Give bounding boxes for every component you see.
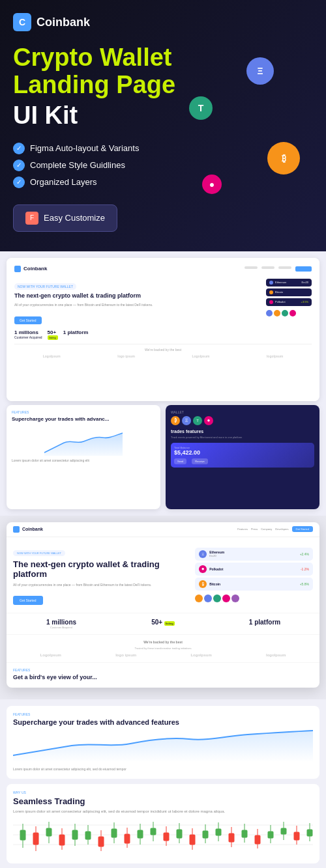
two-col-preview: FEATURES Supercharge your trades with ad… <box>7 405 319 509</box>
logo-text: Coinbank <box>37 16 90 29</box>
partner-2: logo ipsum <box>117 354 135 358</box>
receive-btn[interactable]: Receive <box>192 458 207 464</box>
easy-customize-button[interactable]: F Easy Customize <box>13 204 117 232</box>
full-hero-badge: NOW WITH YOUR FUTURE WALLET <box>13 550 65 556</box>
seamless-tag: WHY US <box>13 791 313 794</box>
p2: logo ipsum <box>115 653 136 657</box>
svg-rect-36 <box>229 833 234 842</box>
svg-rect-48 <box>307 830 312 836</box>
partner-4: logolpsum <box>267 354 283 358</box>
header-section: C Coinbank Crypto Wallet Landing Page UI… <box>0 0 326 251</box>
brand-logo: C Coinbank <box>13 13 313 31</box>
other-mini <box>231 595 239 602</box>
stat-1: 1 millions Customer Acquired <box>13 619 110 629</box>
partners-heading: We're backed by the best <box>13 640 313 644</box>
full-stats: 1 millions Customer Acquired 50+ listing… <box>7 613 319 635</box>
hero-cta-button[interactable]: Get Started <box>14 316 42 324</box>
full-hero: NOW WITH YOUR FUTURE WALLET The next-gen… <box>7 537 319 613</box>
btc-dot <box>269 290 273 294</box>
nav-press: Press <box>251 527 258 531</box>
mockup-navbar: Coinbank <box>14 266 312 272</box>
full-nav-links: Features Press Company Developers Get St… <box>237 526 313 532</box>
currency-card-3: ₿ Bitcoin +5.8% <box>195 578 313 591</box>
check-icon-1: ✓ <box>13 143 25 154</box>
new-badge: listing <box>164 621 175 626</box>
features-section: FEATURES Supercharge your trades with ad… <box>0 699 326 868</box>
stat-3: 1 platform <box>216 619 313 629</box>
partners-block: We're backed by the best Logolpsum logo … <box>14 344 312 358</box>
supercharge-card: FEATURES Supercharge your trades with ad… <box>7 706 319 779</box>
wallet-actions: Send Receive <box>174 458 311 464</box>
wallet-tag: WALLET <box>171 410 314 414</box>
full-nav: Coinbank Features Press Company Develope… <box>7 522 319 537</box>
full-hero-cta[interactable]: Get Started <box>13 596 43 605</box>
svg-rect-16 <box>98 837 104 847</box>
feature-title: Supercharge your trades with advanc... <box>12 416 155 423</box>
hero-preview-section: Coinbank NOW WITH YOUR FUTURE WALLET The… <box>0 251 326 516</box>
coin-icon-row <box>195 595 313 602</box>
svg-rect-42 <box>268 832 273 838</box>
svg-rect-8 <box>46 828 52 836</box>
stat-platform: 1 platform <box>63 329 89 340</box>
mini-wallet-card: Total Balance $5,422.00 Send Receive <box>171 443 314 468</box>
eth-icon-wallet: Ξ <box>182 416 191 425</box>
dot-card: Polkadot +3.5% <box>266 298 312 306</box>
hero-badge: NOW WITH YOUR FUTURE WALLET <box>14 283 76 290</box>
mockup-nav-links <box>244 266 312 272</box>
usdt-icon-wallet: T <box>193 416 202 425</box>
svg-rect-40 <box>255 835 260 844</box>
figma-icon: F <box>25 212 38 225</box>
birds-eye-tag: FEATURES <box>13 668 313 672</box>
p1: Logolpsum <box>40 653 61 657</box>
nav-company: Company <box>261 527 272 531</box>
wallet-preview-inner: WALLET ₿ Ξ T ● trades features Track mee… <box>166 405 319 509</box>
stat-listings: 50+ listing <box>48 329 58 340</box>
sc-tag: FEATURES <box>13 712 313 716</box>
nav-cta <box>295 266 312 272</box>
svg-rect-32 <box>203 831 208 838</box>
tether-icon: T <box>189 96 213 120</box>
eth-card: Ethereum Erc20 <box>266 279 312 287</box>
hero-mockup-card: Coinbank NOW WITH YOUR FUTURE WALLET The… <box>7 258 319 401</box>
crypto-icon-row <box>266 310 312 316</box>
btc-circle <box>274 310 280 316</box>
full-hero-sub: All of your cryptocurrencies in one plac… <box>13 583 190 588</box>
btc-mini <box>195 595 203 602</box>
mockup-logo-dot <box>14 266 21 272</box>
dot-icon-wallet: ● <box>204 416 213 425</box>
svg-rect-38 <box>242 830 247 837</box>
dot-dot <box>269 300 273 304</box>
nav-link-1 <box>244 266 258 269</box>
svg-rect-34 <box>216 829 221 835</box>
btc-icon-wallet: ₿ <box>171 416 180 425</box>
nav-get-started[interactable]: Get Started <box>292 526 313 532</box>
svg-rect-10 <box>59 835 65 845</box>
hero-mockup-inner: Coinbank NOW WITH YOUR FUTURE WALLET The… <box>7 258 319 401</box>
svg-rect-22 <box>138 830 143 838</box>
full-logo: Coinbank <box>13 526 43 533</box>
svg-rect-28 <box>177 830 182 838</box>
check-icon-2: ✓ <box>13 160 25 171</box>
svg-rect-12 <box>72 830 78 839</box>
seamless-title: Seamless Trading <box>13 796 313 806</box>
partner-3: Logolpsum <box>192 354 209 358</box>
hero-text: NOW WITH YOUR FUTURE WALLET The next-gen… <box>14 279 261 325</box>
dot-mini <box>222 595 230 602</box>
eth-mini <box>204 595 212 602</box>
stat-millions: 1 millions Customer Acquired <box>14 329 42 340</box>
usdt-mini <box>213 595 221 602</box>
full-partners: We're backed by the best Trusted by thes… <box>7 635 319 662</box>
svg-rect-14 <box>85 832 91 839</box>
feature-preview-inner: FEATURES Supercharge your trades with ad… <box>7 405 160 509</box>
eth-dot <box>269 281 273 285</box>
svg-rect-4 <box>20 830 25 840</box>
send-btn[interactable]: Send <box>174 458 186 464</box>
svg-rect-6 <box>33 833 38 845</box>
nav-developers: Developers <box>275 527 288 531</box>
floating-icons-container: T Ξ ₿ ● <box>183 44 313 232</box>
full-hero-left: NOW WITH YOUR FUTURE WALLET The next-gen… <box>13 545 190 606</box>
svg-rect-44 <box>281 828 286 834</box>
logo-icon: C <box>13 13 31 31</box>
feature-preview-card: FEATURES Supercharge your trades with ad… <box>7 405 160 509</box>
seamless-card: WHY US Seamless Trading Lorem ipsum dolo… <box>7 784 319 863</box>
